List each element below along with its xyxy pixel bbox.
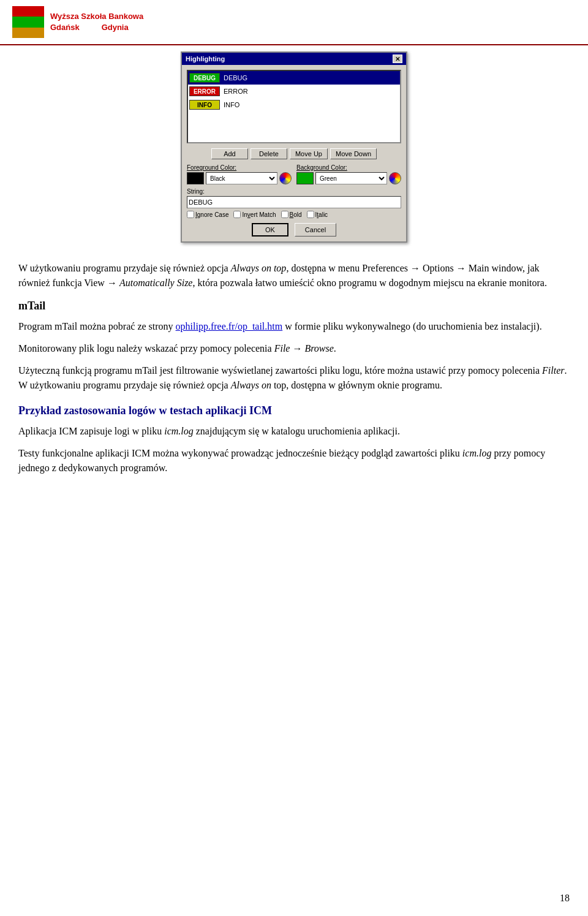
paragraph-5: Aplikacja ICM zapisuje logi w pliku icm.… <box>18 424 570 439</box>
auto-size-text: Automatically Size <box>119 278 193 288</box>
italic-checkbox[interactable]: Italic <box>307 211 328 218</box>
page-header: Wyższa Szkoła Bankowa Gdańsk Gdynia <box>0 0 588 45</box>
mtail-heading: mTail <box>18 298 570 314</box>
string-label: String: <box>187 188 401 195</box>
bg-color-row: Green <box>296 172 401 184</box>
dialog-container: Highlighting ✕ DEBUG DEBUG ERROR ERROR <box>18 51 570 243</box>
fg-color-select[interactable]: Black <box>206 172 277 184</box>
error-color-box: ERROR <box>189 86 220 96</box>
icm-log-text-2: icm.log <box>462 448 492 458</box>
close-button[interactable]: ✕ <box>393 55 402 63</box>
list-item[interactable]: DEBUG DEBUG <box>188 71 400 85</box>
dialog-action-buttons: Add Delete Move Up Move Down <box>187 148 401 159</box>
bold-checkbox[interactable]: Bold <box>281 211 302 218</box>
color-section: Foreground Color: Black Background C <box>187 164 401 184</box>
ignore-case-checkbox[interactable]: Ignore Case <box>187 211 228 218</box>
bg-swatch <box>296 172 314 184</box>
bold-input[interactable] <box>281 211 288 218</box>
move-up-button[interactable]: Move Up <box>290 148 328 159</box>
delete-button[interactable]: Delete <box>251 148 287 159</box>
paragraph-2: Program mTail można pobrać ze strony oph… <box>18 319 570 334</box>
list-item[interactable]: ERROR ERROR <box>188 85 400 98</box>
highlighting-dialog[interactable]: Highlighting ✕ DEBUG DEBUG ERROR ERROR <box>181 51 407 243</box>
invert-match-checkbox[interactable]: Invert Match <box>233 211 276 218</box>
debug-color-box: DEBUG <box>189 73 220 83</box>
ok-button[interactable]: OK <box>252 223 288 237</box>
fg-color-row: Black <box>187 172 292 184</box>
paragraph-4: Użyteczną funkcją programu mTail jest fi… <box>18 363 570 393</box>
bg-label: Background Color: <box>296 164 401 171</box>
section-heading: Przykład zastosowania logów w testach ap… <box>18 403 570 419</box>
dialog-body: DEBUG DEBUG ERROR ERROR INFO INFO <box>182 65 406 241</box>
paragraph-3: Monitorowany plik logu należy wskazać pr… <box>18 341 570 356</box>
background-color-group: Background Color: Green <box>296 164 401 184</box>
dialog-title: Highlighting <box>186 55 225 62</box>
browse-text: Browse <box>304 343 333 354</box>
dialog-ok-row: OK Cancel <box>187 223 401 237</box>
icm-log-text-1: icm.log <box>164 426 194 436</box>
add-button[interactable]: Add <box>211 148 248 159</box>
error-label: ERROR <box>224 88 248 95</box>
always-on-top-text: Always on top <box>231 263 287 273</box>
school-name: Wyższa Szkoła Bankowa Gdańsk Gdynia <box>50 11 143 33</box>
page-number: 18 <box>560 893 570 904</box>
page-content: Highlighting ✕ DEBUG DEBUG ERROR ERROR <box>0 51 588 501</box>
move-down-button[interactable]: Move Down <box>330 148 377 159</box>
italic-input[interactable] <box>307 211 314 218</box>
ophilipp-link[interactable]: ophilipp.free.fr/op_tail.htm <box>176 321 283 331</box>
fg-swatch <box>187 172 204 184</box>
string-input[interactable] <box>187 196 401 208</box>
paragraph-1: W użytkowaniu programu przydaje się równ… <box>18 261 570 290</box>
filter-text: Filter <box>542 365 564 376</box>
string-section: String: <box>187 188 401 208</box>
list-item[interactable]: INFO INFO <box>188 98 400 112</box>
logo-icon <box>12 6 44 38</box>
paragraph-6: Testy funkcjonalne aplikacji ICM można w… <box>18 446 570 475</box>
main-window-text: Main window <box>469 263 522 273</box>
dialog-titlebar: Highlighting ✕ <box>182 53 406 65</box>
body-text: W użytkowaniu programu przydaje się równ… <box>18 261 570 475</box>
debug-label: DEBUG <box>224 74 247 81</box>
fg-label: Foreground Color: <box>187 164 292 171</box>
preferences-text: Preferences <box>362 263 408 273</box>
invert-match-input[interactable] <box>233 211 241 218</box>
info-color-box: INFO <box>189 100 220 110</box>
info-label: INFO <box>224 101 239 108</box>
ignore-case-input[interactable] <box>187 211 194 218</box>
foreground-color-group: Foreground Color: Black <box>187 164 292 184</box>
bg-color-picker[interactable] <box>389 172 401 184</box>
bg-color-select[interactable]: Green <box>315 172 387 184</box>
fg-color-picker[interactable] <box>279 172 292 184</box>
logo-area: Wyższa Szkoła Bankowa Gdańsk Gdynia <box>12 6 143 38</box>
options-text: Options <box>423 263 454 273</box>
view-text: View <box>84 278 105 288</box>
highlight-list[interactable]: DEBUG DEBUG ERROR ERROR INFO INFO <box>187 70 401 143</box>
cancel-button[interactable]: Cancel <box>295 223 336 237</box>
always-on-text: Always on <box>231 380 271 390</box>
file-browse-text: File <box>274 343 290 354</box>
checkboxes-row: Ignore Case Invert Match Bold Italic <box>187 211 401 218</box>
